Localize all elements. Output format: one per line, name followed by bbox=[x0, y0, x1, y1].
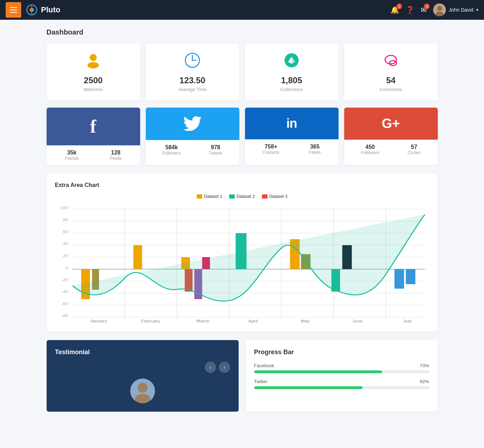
svg-text:February: February bbox=[141, 319, 161, 323]
svg-point-5 bbox=[437, 6, 442, 11]
linkedin-contacts: 758+ Contacts bbox=[263, 144, 279, 155]
messages-badge: 3 bbox=[424, 4, 430, 9]
help-button[interactable]: ❓ bbox=[406, 6, 414, 14]
stat-label-comments: Comments bbox=[350, 87, 432, 92]
progress-facebook-pct: 73% bbox=[420, 363, 429, 368]
social-cards-grid: f 35k Friends 128 Feeds bbox=[47, 108, 438, 165]
googleplus-circles: 57 Circles bbox=[408, 144, 421, 155]
stat-card-avgtime: 123.50 Average Time bbox=[146, 43, 239, 101]
notification-badge: 2 bbox=[396, 4, 402, 9]
progress-facebook-label: Facebook bbox=[254, 363, 274, 368]
stat-value-collections: 1,805 bbox=[251, 75, 333, 85]
notification-bell[interactable]: 🔔 2 bbox=[390, 6, 399, 14]
progress-twitter-pct: 62% bbox=[420, 379, 429, 384]
testimonial-prev-button[interactable]: ‹ bbox=[205, 362, 216, 373]
googleplus-followers: 450 Followers bbox=[361, 144, 379, 155]
svg-text:60: 60 bbox=[62, 230, 68, 234]
bottom-section: Testimonial ‹ › Progress Bar bbox=[47, 340, 438, 412]
svg-text:80: 80 bbox=[62, 218, 68, 222]
testimonial-card: Testimonial ‹ › bbox=[47, 340, 239, 412]
linkedin-feeds-value: 365 bbox=[309, 144, 321, 150]
legend-box-dataset1 bbox=[197, 194, 202, 199]
stat-card-collections: 1,805 Collections bbox=[245, 43, 339, 101]
menu-icon-line3 bbox=[10, 12, 17, 13]
facebook-header: f bbox=[47, 108, 140, 145]
welcome-icon bbox=[52, 52, 135, 72]
stat-value-comments: 54 bbox=[350, 75, 432, 85]
facebook-stats: 35k Friends 128 Feeds bbox=[47, 145, 140, 165]
linkedin-feeds-label: Feeds bbox=[309, 150, 321, 155]
googleplus-header: G+ bbox=[344, 108, 438, 140]
stat-value-welcome: 2500 bbox=[52, 75, 135, 85]
progress-twitter-header: Twitter 62% bbox=[254, 379, 429, 384]
svg-rect-52 bbox=[394, 269, 404, 289]
avgtime-icon bbox=[151, 52, 234, 72]
twitter-tweets: 978 Tweets bbox=[209, 144, 222, 156]
testimonial-navigation: ‹ › bbox=[55, 362, 230, 373]
progress-twitter-bar-bg bbox=[254, 386, 429, 389]
menu-icon-line2 bbox=[10, 10, 17, 10]
testimonial-title: Testimonial bbox=[55, 349, 230, 356]
svg-text:20: 20 bbox=[62, 254, 68, 258]
svg-text:March: March bbox=[196, 319, 210, 323]
brand-logo-icon bbox=[25, 4, 38, 16]
svg-point-71 bbox=[138, 383, 148, 393]
navbar: Pluto 🔔 2 ❓ ✉ 3 John David ▾ bbox=[0, 0, 484, 20]
messages-button[interactable]: ✉ 3 bbox=[421, 6, 427, 14]
twitter-followers: 584k Followers bbox=[162, 144, 180, 156]
svg-point-15 bbox=[385, 55, 396, 64]
svg-text:40: 40 bbox=[62, 242, 68, 246]
progress-title: Progress Bar bbox=[254, 349, 429, 356]
social-card-facebook: f 35k Friends 128 Feeds bbox=[47, 108, 140, 165]
linkedin-icon: in bbox=[286, 116, 297, 131]
googleplus-icon: G+ bbox=[382, 116, 400, 131]
twitter-header bbox=[146, 108, 239, 140]
facebook-feeds-value: 128 bbox=[110, 150, 121, 156]
linkedin-contacts-label: Contacts bbox=[263, 150, 279, 155]
svg-point-7 bbox=[90, 54, 97, 61]
twitter-icon bbox=[183, 116, 202, 132]
legend-dataset1: Dataset 1 bbox=[197, 194, 222, 199]
legend-dataset2: Dataset 2 bbox=[229, 194, 255, 199]
social-card-twitter: 584k Followers 978 Tweets bbox=[146, 108, 239, 165]
facebook-feeds: 128 Feeds bbox=[110, 150, 121, 161]
social-card-linkedin: in 758+ Contacts 365 Feeds bbox=[245, 108, 339, 165]
avatar bbox=[433, 4, 446, 16]
svg-rect-62 bbox=[331, 269, 340, 292]
collections-icon bbox=[251, 52, 333, 72]
twitter-followers-value: 584k bbox=[162, 144, 180, 151]
svg-text:January: January bbox=[90, 319, 107, 323]
legend-label-dataset2: Dataset 2 bbox=[237, 194, 255, 199]
facebook-friends-value: 35k bbox=[65, 150, 79, 156]
testimonial-next-button[interactable]: › bbox=[219, 362, 230, 373]
legend-box-dataset2 bbox=[229, 194, 235, 199]
facebook-friends: 35k Friends bbox=[65, 150, 79, 161]
progress-facebook: Facebook 73% bbox=[254, 363, 429, 373]
svg-text:May: May bbox=[300, 319, 310, 323]
svg-text:June: June bbox=[352, 319, 362, 323]
page-title: Dashboard bbox=[47, 28, 438, 36]
svg-rect-53 bbox=[406, 269, 415, 284]
user-name: John David bbox=[449, 7, 473, 13]
svg-text:-20: -20 bbox=[61, 278, 68, 282]
testimonial-avatar bbox=[130, 379, 155, 403]
svg-text:-80: -80 bbox=[61, 314, 68, 318]
comments-icon bbox=[350, 52, 432, 72]
user-menu[interactable]: John David ▾ bbox=[433, 4, 478, 16]
googleplus-circles-label: Circles bbox=[408, 150, 421, 155]
brand: Pluto bbox=[25, 4, 390, 16]
svg-rect-46 bbox=[133, 245, 142, 269]
main-content: Dashboard 2500 Welcome 123.50 bbox=[41, 20, 443, 420]
chart-area: 100 80 60 40 20 0 -20 -40 -60 -80 bbox=[55, 203, 429, 323]
linkedin-contacts-value: 758+ bbox=[263, 144, 279, 150]
chart-section: Extra Area Chart Dataset 1 Dataset 2 Dat… bbox=[47, 174, 438, 332]
menu-button[interactable] bbox=[6, 2, 21, 18]
legend-box-dataset3 bbox=[262, 194, 268, 199]
googleplus-circles-value: 57 bbox=[408, 144, 421, 150]
testimonial-avatar-wrap bbox=[55, 379, 230, 403]
navbar-right: 🔔 2 ❓ ✉ 3 John David ▾ bbox=[390, 4, 478, 16]
twitter-stats: 584k Followers 978 Tweets bbox=[146, 140, 239, 160]
svg-text:0: 0 bbox=[65, 266, 68, 270]
chart-svg: 100 80 60 40 20 0 -20 -40 -60 -80 bbox=[55, 203, 429, 323]
menu-icon-line1 bbox=[10, 7, 17, 8]
